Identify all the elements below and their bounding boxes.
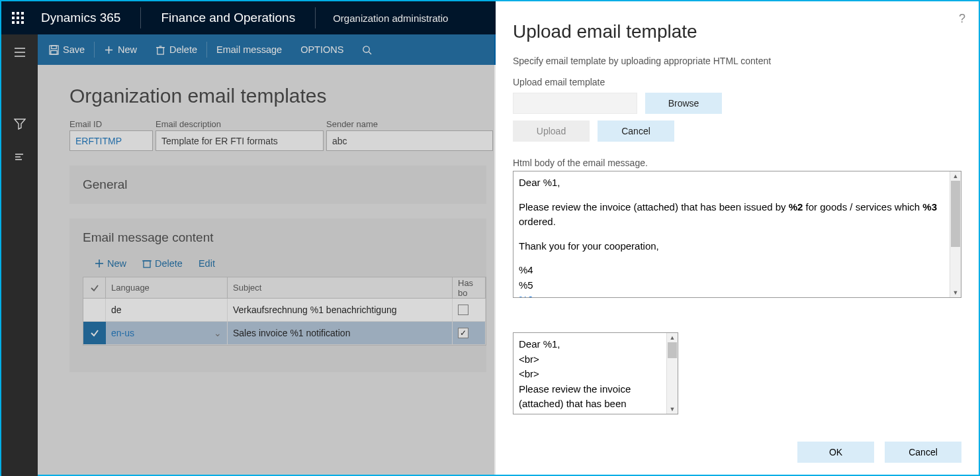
svg-rect-3 [12, 17, 15, 19]
source-line: <br> [519, 367, 661, 382]
grid-new-button[interactable]: New [95, 258, 126, 269]
cancel-button[interactable]: Cancel [885, 442, 961, 463]
save-button[interactable]: Save [40, 34, 94, 65]
email-message-label: Email message [216, 44, 282, 55]
col-subject-header[interactable]: Subject [228, 277, 453, 298]
html-body-label: Html body of the email message. [513, 158, 961, 168]
browse-button[interactable]: Browse [645, 93, 722, 114]
nav-rail [1, 34, 38, 476]
svg-rect-20 [157, 47, 163, 54]
cell-language[interactable]: en-us ⌄ [106, 322, 228, 344]
preview-line: %4 [519, 263, 944, 278]
flyout-title: Upload email template [513, 21, 961, 42]
file-path-input[interactable] [513, 93, 637, 114]
preview-line: %6 [519, 293, 944, 297]
svg-rect-27 [144, 261, 150, 267]
delete-label: Delete [169, 44, 197, 55]
email-id-label: Email ID [69, 119, 153, 129]
filter-icon[interactable] [14, 118, 26, 132]
table-row[interactable]: de Verkaufsrechnung %1 benachrichtigung [83, 299, 486, 322]
general-panel[interactable]: General [69, 166, 486, 204]
preview-line: %5 [519, 278, 944, 293]
svg-rect-17 [51, 50, 57, 54]
source-line: Dear %1, [519, 337, 661, 352]
scroll-down-icon[interactable]: ▼ [950, 288, 961, 297]
preview-scrollbar[interactable]: ▲ ▼ [950, 171, 961, 297]
email-message-button[interactable]: Email message [207, 34, 291, 65]
svg-rect-8 [21, 21, 24, 24]
cell-language[interactable]: de [106, 299, 228, 321]
source-scrollbar[interactable]: ▲ ▼ [666, 333, 678, 414]
delete-button[interactable]: Delete [146, 34, 206, 65]
flyout-subtitle: Specify email template by uploading appr… [513, 56, 961, 66]
select-all-checkbox[interactable] [83, 277, 106, 298]
hamburger-icon[interactable] [14, 46, 26, 61]
upload-label: Upload email template [513, 77, 961, 87]
svg-line-24 [369, 52, 372, 54]
preview-line: Dear %1, [519, 175, 944, 191]
grid-edit-label: Edit [199, 258, 215, 269]
cancel-upload-button[interactable]: Cancel [598, 120, 674, 142]
upload-flyout: ? Upload email template Specify email te… [496, 1, 979, 475]
svg-rect-1 [17, 12, 19, 15]
svg-rect-2 [21, 12, 24, 15]
svg-rect-16 [52, 45, 57, 48]
language-link[interactable]: en-us [111, 328, 134, 338]
svg-rect-6 [12, 21, 15, 24]
source-line: <br> [519, 352, 661, 367]
preview-line: Please review the invoice (attached) tha… [519, 200, 944, 230]
svg-rect-5 [21, 17, 24, 19]
ok-button[interactable]: OK [797, 442, 874, 463]
search-button[interactable] [353, 34, 381, 65]
sender-name-label: Sender name [326, 119, 493, 129]
source-line: Please review the invoice (attached) tha… [519, 382, 661, 412]
svg-rect-7 [17, 21, 19, 24]
html-source-box[interactable]: Dear %1, <br> <br> Please review the inv… [513, 332, 678, 414]
grid-edit-button[interactable]: Edit [199, 258, 215, 269]
content-panel-title: Email message content [83, 230, 473, 245]
cell-subject[interactable]: Verkaufsrechnung %1 benachrichtigung [228, 299, 453, 321]
content-panel: Email message content New Delete Edit [69, 218, 486, 372]
waffle-button[interactable] [1, 1, 34, 34]
table-row[interactable]: en-us ⌄ Sales invoice %1 notification [83, 322, 486, 345]
grid-delete-label: Delete [155, 258, 183, 269]
options-button[interactable]: OPTIONS [291, 34, 353, 65]
svg-rect-4 [17, 17, 19, 19]
email-id-input[interactable]: ERFTITMP [69, 130, 153, 151]
scroll-thumb[interactable] [668, 342, 677, 358]
html-preview[interactable]: Dear %1, Please review the invoice (atta… [513, 171, 961, 298]
help-icon[interactable]: ? [959, 12, 965, 26]
email-desc-input[interactable]: Template for ER FTI formats [156, 130, 324, 151]
content-grid: Language Subject Has bo de Verkaufsrechn… [83, 277, 486, 346]
scroll-down-icon[interactable]: ▼ [667, 405, 678, 414]
options-label: OPTIONS [300, 44, 343, 55]
breadcrumb[interactable]: Organization administratio [316, 13, 465, 24]
preview-line: Thank you for your cooperation, [519, 239, 944, 254]
scroll-up-icon[interactable]: ▲ [667, 333, 678, 342]
upload-button[interactable]: Upload [513, 120, 590, 142]
new-label: New [118, 44, 137, 55]
col-language-header[interactable]: Language [106, 277, 228, 298]
sender-name-input[interactable]: abc [326, 130, 493, 151]
general-panel-title: General [83, 177, 473, 192]
cell-subject[interactable]: Sales invoice %1 notification [228, 322, 453, 344]
row-selected-indicator[interactable] [83, 322, 106, 344]
grid-new-label: New [107, 258, 126, 269]
cell-hasbody[interactable] [453, 299, 486, 321]
cell-hasbody[interactable] [453, 322, 486, 344]
new-button[interactable]: New [95, 34, 146, 65]
chevron-down-icon[interactable]: ⌄ [214, 328, 222, 338]
svg-point-23 [363, 46, 369, 52]
brand-label[interactable]: Dynamics 365 [34, 11, 140, 25]
save-label: Save [63, 44, 85, 55]
scroll-thumb[interactable] [951, 181, 960, 247]
lines-icon[interactable] [14, 151, 26, 166]
grid-delete-button[interactable]: Delete [142, 258, 183, 269]
module-label[interactable]: Finance and Operations [141, 11, 315, 25]
email-desc-label: Email description [156, 119, 324, 129]
svg-rect-0 [12, 12, 15, 15]
col-hasbody-header[interactable]: Has bo [453, 277, 486, 298]
scroll-up-icon[interactable]: ▲ [950, 171, 961, 181]
